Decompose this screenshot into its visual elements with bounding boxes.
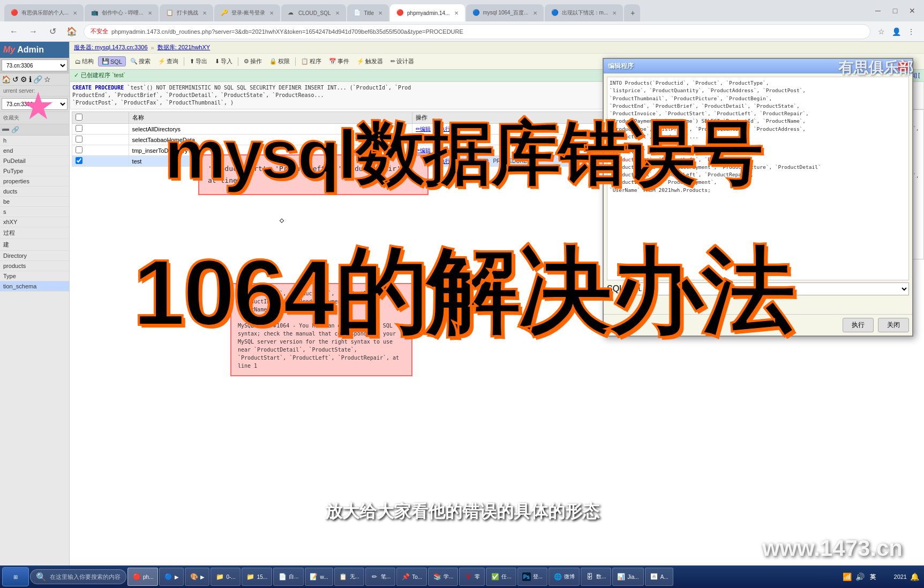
- tab-1[interactable]: 🔴 有思俱乐部的个人... ✕: [4, 4, 84, 21]
- sidebar-item-end[interactable]: end: [0, 146, 69, 156]
- reload-button[interactable]: ↺: [45, 24, 60, 39]
- minimize-button[interactable]: ─: [870, 3, 885, 18]
- row-checkbox-2[interactable]: [76, 136, 82, 143]
- sidebar-item-type[interactable]: Type: [0, 271, 69, 281]
- tab-7-phpmyadmin[interactable]: 🔴 phpmyadmin.14... ✕: [390, 4, 465, 21]
- exec-link-3[interactable]: ▶执行: [434, 147, 450, 153]
- taskbar-item-word[interactable]: 📝 w...: [305, 568, 333, 586]
- profile-icon[interactable]: 👤: [890, 25, 903, 38]
- tab-9-close[interactable]: ✕: [612, 10, 617, 16]
- home-button[interactable]: 🏠: [64, 24, 79, 39]
- toolbar-operations[interactable]: ⚙ 操作: [241, 56, 265, 66]
- sidebar-item-directory[interactable]: Directory: [0, 251, 69, 261]
- taskbar-network-icon[interactable]: 📶: [842, 571, 852, 582]
- sidebar-item-process[interactable]: 过程: [0, 227, 69, 239]
- taskbar-item-ph[interactable]: 🔴 ph...: [127, 568, 158, 586]
- exec-link-1[interactable]: ▶执行: [434, 126, 450, 132]
- taskbar-search[interactable]: 🔍 在这里输入你要搜索的内容: [30, 569, 126, 584]
- address-box[interactable]: 不安全 phpmyadmin.1473.cn/db_routines.php?s…: [84, 24, 870, 39]
- edit-link-3[interactable]: ✏编辑: [416, 147, 431, 153]
- new-tab-button[interactable]: +: [624, 4, 640, 21]
- taskbar-item-task[interactable]: ✅ 任...: [486, 568, 516, 586]
- execute-button[interactable]: 执行: [843, 318, 874, 332]
- taskbar-item-ps[interactable]: Ps 登...: [517, 568, 547, 586]
- toolbar-query[interactable]: ⚡ 查询: [155, 56, 182, 66]
- server-select[interactable]: 73.cn:3306: [2, 59, 67, 71]
- sidebar-item-build[interactable]: 建: [0, 239, 69, 251]
- home-nav-icon[interactable]: 🏠: [2, 75, 11, 84]
- taskbar-item-todo[interactable]: 📌 To...: [396, 568, 427, 586]
- sidebar-item-s[interactable]: s: [0, 207, 69, 217]
- info-nav-icon[interactable]: ℹ: [29, 75, 32, 84]
- close-modal-button[interactable]: 关闭: [878, 318, 909, 332]
- exec-link-2[interactable]: ▶执行: [434, 137, 450, 143]
- toolbar-sql[interactable]: 💾 SQL: [98, 56, 126, 66]
- tab-5-close[interactable]: ✕: [335, 10, 340, 16]
- toolbar-routines[interactable]: 📋 程序: [298, 56, 325, 66]
- sidebar-item-putype[interactable]: PuType: [0, 166, 69, 176]
- sidebar-item-pudetail[interactable]: PuDetail: [0, 156, 69, 166]
- delete-link-4[interactable]: 🗑删除: [473, 158, 489, 164]
- toolbar-structure[interactable]: 🗂 结构: [72, 56, 97, 66]
- select-all-checkbox[interactable]: [76, 114, 82, 121]
- tab-3[interactable]: 📋 打卡挑战 ✕: [160, 4, 213, 21]
- taskbar-item-a[interactable]: 🅰 A...: [645, 568, 673, 586]
- toolbar-import[interactable]: ⬇ 导入: [212, 56, 236, 66]
- folder-minus-icon[interactable]: ➖: [2, 126, 10, 133]
- row-checkbox-1[interactable]: [76, 125, 82, 132]
- toolbar-designer[interactable]: ✏ 设计器: [387, 56, 417, 66]
- tab-6-close[interactable]: ✕: [378, 10, 382, 16]
- taskbar-item-v[interactable]: V 零: [459, 568, 485, 586]
- taskbar-item-pen[interactable]: ✏ 笔...: [365, 568, 395, 586]
- taskbar-item-notepad[interactable]: 📋 无...: [334, 568, 364, 586]
- tab-3-close[interactable]: ✕: [202, 10, 207, 16]
- tab-9[interactable]: 🔵 出现以下情况：m... ✕: [545, 4, 623, 21]
- tab-4-close[interactable]: ✕: [269, 10, 274, 16]
- toolbar-triggers[interactable]: ⚡ 触发器: [354, 56, 386, 66]
- taskbar-item-jia[interactable]: 📊 Jia...: [612, 568, 644, 586]
- taskbar-item-doc1[interactable]: 📄 自...: [273, 568, 303, 586]
- edit-link-2[interactable]: ✏编辑: [416, 137, 431, 143]
- toolbar-search[interactable]: 🔍 搜索: [127, 56, 154, 66]
- export-link-4[interactable]: ⬆导出: [454, 158, 469, 164]
- taskbar-volume-icon[interactable]: 🔊: [854, 571, 865, 582]
- tab-8[interactable]: 🔵 mysql 1064_百度... ✕: [466, 4, 544, 21]
- sidebar-item-xhxy[interactable]: xhXY: [0, 217, 69, 227]
- row-checkbox-4[interactable]: [76, 157, 82, 164]
- tab-5[interactable]: ☁ CLOUD_SQL ✕: [281, 4, 346, 21]
- link-nav-icon[interactable]: 🔗: [33, 75, 42, 84]
- tab-1-close[interactable]: ✕: [73, 10, 77, 16]
- taskbar-item-psd[interactable]: 🎨 ▶: [185, 568, 209, 586]
- toolbar-permissions[interactable]: 🔒 权限: [266, 56, 293, 66]
- toolbar-export[interactable]: ⬆ 导出: [186, 56, 211, 66]
- toolbar-events[interactable]: 📅 事件: [326, 56, 352, 66]
- bookmark-icon[interactable]: ☆: [875, 25, 888, 38]
- server-breadcrumb[interactable]: 服务器: mysql.1473.cn:3306: [74, 43, 148, 51]
- taskbar-item-weibo[interactable]: 🌐 微博: [549, 568, 580, 586]
- settings-icon[interactable]: ⋮: [905, 25, 918, 38]
- taskbar-notification-icon[interactable]: 🔔: [909, 571, 920, 582]
- taskbar-item-play[interactable]: 🔵 ▶: [159, 568, 184, 586]
- exec-link-4[interactable]: ▶执行: [434, 158, 450, 164]
- db-breadcrumb[interactable]: 数据库: 2021hwhXY: [157, 43, 210, 51]
- sidebar-item-h[interactable]: h: [0, 136, 69, 146]
- taskbar-item-folder1[interactable]: 📁 0-...: [211, 568, 240, 586]
- modal-db-select[interactable]: SQL: [627, 282, 909, 295]
- back-button[interactable]: ←: [6, 24, 21, 39]
- tab-4[interactable]: 🔑 登录-账号登录 ✕: [214, 4, 280, 21]
- sidebar-item-properties[interactable]: properties: [0, 176, 69, 187]
- forward-button[interactable]: →: [26, 24, 41, 39]
- tab-8-close[interactable]: ✕: [533, 10, 537, 16]
- maximize-button[interactable]: □: [888, 3, 903, 18]
- taskbar-item-study[interactable]: 📚 学...: [428, 568, 458, 586]
- tab-2-close[interactable]: ✕: [148, 10, 152, 16]
- tab-6[interactable]: 📄 Title ✕: [347, 4, 389, 21]
- start-button[interactable]: ⊞: [2, 567, 29, 586]
- star-nav-icon[interactable]: ☆: [44, 75, 51, 84]
- folder-link-icon[interactable]: 🔗: [11, 126, 19, 133]
- sidebar-item-be[interactable]: be: [0, 197, 69, 207]
- sidebar-item-products[interactable]: products: [0, 261, 69, 271]
- sidebar-item-schema[interactable]: tion_schema: [0, 281, 69, 292]
- tab-7-close[interactable]: ✕: [454, 10, 459, 16]
- taskbar-item-folder2[interactable]: 📁 15...: [242, 568, 272, 586]
